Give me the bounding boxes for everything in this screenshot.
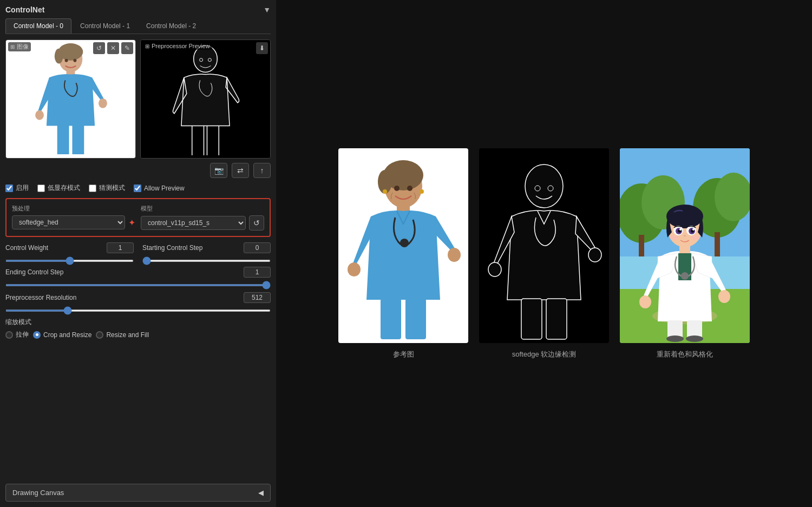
- source-image-box[interactable]: ⊞ 图像 ↺ ✕ ✎: [5, 39, 136, 159]
- ending-step-label: Ending Control Step: [5, 268, 76, 276]
- nurse-photo-svg: [6, 40, 135, 158]
- panel-toggle-icon[interactable]: ▼: [263, 5, 271, 14]
- preview-image-label: ⊞ Preprocessor Preview: [143, 42, 212, 50]
- model-col: 模型 control_v11p_sd15_s ↺: [141, 205, 264, 231]
- gallery-item-reference: 参考图: [338, 148, 468, 359]
- checkbox-enable[interactable]: 启用: [5, 183, 29, 193]
- ending-step-value[interactable]: 1: [244, 267, 271, 278]
- drawing-canvas-icon: ◀: [258, 489, 264, 497]
- panel-title: ControlNet: [5, 5, 44, 14]
- drawing-canvas[interactable]: Drawing Canvas ◀: [5, 484, 271, 502]
- right-panel: 参考图: [276, 0, 812, 507]
- tabs-container: Control Model - 0 Control Model - 1 Cont…: [5, 18, 271, 34]
- edge-detection-svg: [141, 40, 270, 158]
- svg-point-35: [525, 164, 563, 208]
- zoom-option-stretch[interactable]: 拉伸: [5, 330, 29, 339]
- preprocessor-select-row: softedge_hed ✦: [12, 215, 135, 229]
- svg-point-72: [686, 335, 703, 342]
- swap-btn[interactable]: ⇄: [232, 163, 249, 178]
- fire-icon: ✦: [128, 218, 135, 228]
- source-image-label: ⊞ 图像: [8, 42, 31, 51]
- gallery-item-edge: softedge 软边缘检测: [479, 148, 609, 359]
- source-refresh-btn[interactable]: ↺: [93, 42, 105, 54]
- image-row: ⊞ 图像 ↺ ✕ ✎: [5, 39, 271, 159]
- svg-rect-9: [57, 125, 69, 155]
- svg-point-53: [639, 295, 651, 308]
- preprocessor-resolution-label: Preprocessor Resolution: [5, 294, 76, 301]
- gallery-caption-stylized: 重新着色和风格化: [657, 350, 713, 359]
- allow-preview-checkbox[interactable]: [134, 185, 141, 192]
- edge-detection-image: [141, 40, 270, 158]
- preprocessor-resolution-value[interactable]: 512: [244, 292, 271, 303]
- source-nurse-image: [6, 40, 135, 158]
- guess-mode-checkbox[interactable]: [89, 185, 96, 192]
- svg-point-66: [692, 228, 695, 231]
- source-edit-btn[interactable]: ✎: [121, 42, 133, 54]
- svg-point-8: [73, 59, 76, 62]
- preview-image-buttons: ⬇: [256, 42, 268, 54]
- preview-image-box[interactable]: ⊞ Preprocessor Preview ⬇: [140, 39, 271, 159]
- gallery: 参考图: [338, 148, 750, 359]
- action-row: 📷 ⇄ ↑: [5, 163, 271, 178]
- gallery-nurse-svg: [338, 148, 468, 343]
- svg-rect-49: [715, 232, 720, 256]
- ending-step-group: Ending Control Step 1: [5, 267, 271, 288]
- control-weight-col: Control Weight 1: [5, 242, 134, 264]
- preprocessor-resolution-slider[interactable]: [5, 310, 271, 312]
- zoom-option-crop-resize[interactable]: Crop and Resize: [33, 330, 91, 339]
- svg-rect-30: [381, 299, 401, 339]
- panel-header: ControlNet ▼: [5, 5, 271, 14]
- gallery-caption-reference: 参考图: [393, 350, 414, 359]
- control-weight-value[interactable]: 1: [107, 242, 134, 253]
- gallery-img-stylized: [620, 148, 750, 343]
- model-refresh-btn[interactable]: ↺: [249, 215, 264, 231]
- model-label: 模型: [141, 205, 264, 213]
- starting-step-value[interactable]: 0: [244, 242, 271, 253]
- svg-point-3: [55, 49, 63, 64]
- gallery-img-edge: [479, 148, 609, 343]
- gallery-item-stylized: 重新着色和风格化: [620, 148, 750, 359]
- model-row: 预处理 softedge_hed ✦ 模型 control_v11p_sd15_…: [12, 205, 264, 231]
- zoom-radio-resize-fill[interactable]: [96, 331, 103, 339]
- svg-point-55: [681, 272, 689, 280]
- svg-point-58: [666, 205, 703, 228]
- tab-control-model-0[interactable]: Control Model - 0: [5, 18, 71, 34]
- gallery-stylized-svg: [620, 148, 750, 343]
- source-image-buttons: ↺ ✕ ✎: [93, 42, 133, 54]
- svg-rect-39: [546, 299, 567, 339]
- tab-control-model-1[interactable]: Control Model - 1: [73, 18, 137, 34]
- checkbox-guess-mode[interactable]: 猜测模式: [89, 183, 125, 193]
- camera-btn[interactable]: 📷: [210, 163, 227, 178]
- starting-step-slider[interactable]: [142, 260, 271, 262]
- ending-step-slider[interactable]: [5, 284, 271, 286]
- model-select[interactable]: control_v11p_sd15_s: [141, 216, 246, 230]
- enable-checkbox[interactable]: [5, 185, 13, 192]
- starting-step-label: Starting Control Step: [142, 244, 213, 252]
- control-weight-slider[interactable]: [5, 260, 134, 262]
- zoom-options: 拉伸 Crop and Resize Resize and Fill: [5, 330, 271, 339]
- source-close-btn[interactable]: ✕: [107, 42, 119, 54]
- zoom-radio-crop-resize[interactable]: [33, 331, 41, 339]
- upload-btn[interactable]: ↑: [253, 163, 271, 178]
- starting-step-col: Starting Control Step 0: [142, 242, 271, 264]
- preprocessor-label: 预处理: [12, 205, 135, 213]
- preview-download-btn[interactable]: ⬇: [256, 42, 268, 54]
- svg-point-71: [666, 335, 684, 342]
- tab-control-model-2[interactable]: Control Model - 2: [139, 18, 204, 34]
- zoom-label: 缩放模式: [5, 318, 271, 327]
- zoom-option-resize-fill[interactable]: Resize and Fill: [96, 330, 149, 339]
- svg-point-33: [420, 189, 424, 194]
- preprocessor-select[interactable]: softedge_hed: [12, 215, 125, 229]
- svg-point-28: [394, 186, 400, 191]
- zoom-section: 缩放模式 拉伸 Crop and Resize Resize and Fill: [5, 318, 271, 339]
- checkbox-low-vram[interactable]: 低显存模式: [37, 183, 80, 193]
- svg-rect-31: [405, 299, 426, 339]
- checkbox-allow-preview[interactable]: Allow Preview: [134, 185, 185, 192]
- low-vram-checkbox[interactable]: [37, 185, 45, 192]
- svg-point-27: [400, 239, 409, 247]
- svg-rect-48: [639, 235, 644, 256]
- preprocessor-resolution-header: Preprocessor Resolution 512: [5, 292, 271, 303]
- zoom-radio-stretch[interactable]: [5, 331, 13, 339]
- svg-rect-38: [521, 299, 542, 339]
- zoom-option-stretch-label: 拉伸: [16, 330, 29, 339]
